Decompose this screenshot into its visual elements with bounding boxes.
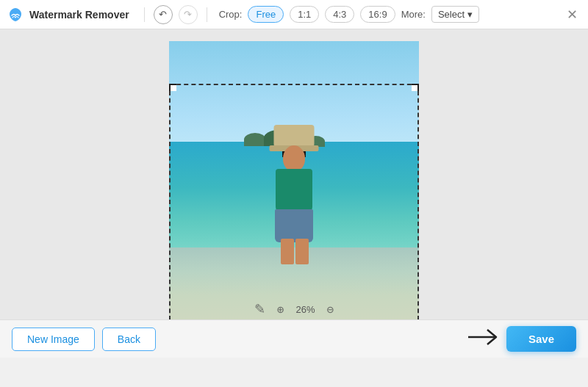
save-section: Save xyxy=(467,326,576,352)
crop-4-3-button[interactable]: 4:3 xyxy=(325,6,354,23)
person-head xyxy=(283,145,305,171)
crop-label: Crop: xyxy=(219,9,243,20)
redo-button[interactable]: ↷ xyxy=(179,5,198,24)
person-leg-left xyxy=(281,239,294,264)
person-body xyxy=(276,169,312,213)
crop-free-button[interactable]: Free xyxy=(248,6,284,23)
person-figure xyxy=(265,125,323,264)
more-label: More: xyxy=(401,9,426,20)
undo-icon: ↶ xyxy=(159,9,167,20)
zoom-out-icon[interactable]: ⊖ xyxy=(327,303,334,317)
select-dropdown-label: Select xyxy=(438,9,465,20)
image-container[interactable] xyxy=(169,41,419,328)
chevron-down-icon: ▾ xyxy=(467,9,473,20)
close-icon: ✕ xyxy=(567,7,578,23)
hand-tool-icon[interactable]: ✎ xyxy=(254,301,265,317)
select-dropdown[interactable]: Select ▾ xyxy=(431,6,479,23)
zoom-in-icon[interactable]: ⊕ xyxy=(277,303,284,317)
new-image-button[interactable]: New Image xyxy=(12,328,95,351)
bottom-bar: New Image Back Save xyxy=(0,319,588,358)
canvas-area: ✎ ⊕ 26% ⊖ New Image Back Save xyxy=(0,29,588,358)
right-arrow-svg xyxy=(467,327,502,347)
person-leg-right xyxy=(295,239,309,264)
zoom-level-display: 26% xyxy=(295,304,315,315)
undo-button[interactable]: ↶ xyxy=(154,5,173,24)
person-shorts xyxy=(275,209,313,242)
save-button[interactable]: Save xyxy=(506,326,576,352)
close-button[interactable]: ✕ xyxy=(563,6,581,23)
crop-1-1-button[interactable]: 1:1 xyxy=(290,6,319,23)
island1 xyxy=(244,133,266,146)
photo-background xyxy=(169,41,419,328)
redo-icon: ↷ xyxy=(184,9,192,20)
title-divider2 xyxy=(207,7,207,22)
app-title: Watermark Remover xyxy=(29,9,129,21)
title-bar: Watermark Remover ↶ ↷ Crop: Free 1:1 4:3… xyxy=(0,0,588,29)
crop-16-9-button[interactable]: 16:9 xyxy=(360,6,395,23)
save-arrow-icon xyxy=(467,327,502,351)
back-button[interactable]: Back xyxy=(102,328,156,351)
person-hat xyxy=(274,125,315,147)
canvas-toolbar: ✎ ⊕ 26% ⊖ xyxy=(254,301,334,317)
title-divider xyxy=(144,7,145,22)
app-logo-icon xyxy=(7,7,24,23)
